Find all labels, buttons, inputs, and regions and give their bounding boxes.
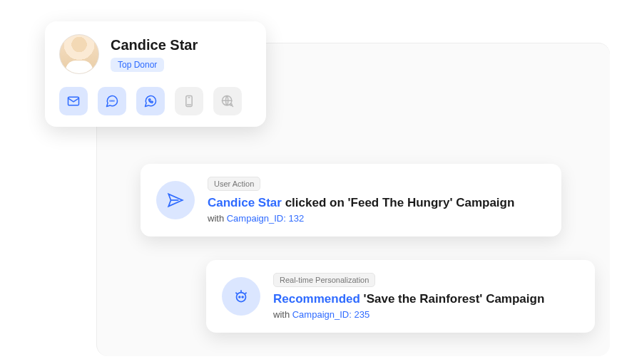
event-campaign-id[interactable]: Campaign_ID: 235	[292, 309, 369, 320]
event-subtitle: with Campaign_ID: 235	[273, 309, 544, 320]
event-card-user-action: User Action Candice Star clicked on 'Fee…	[141, 164, 561, 236]
event-actor: Candice Star	[208, 196, 282, 209]
profile-card: Candice Star Top Donor	[45, 21, 266, 127]
web-icon[interactable]	[213, 87, 242, 115]
svg-point-7	[237, 293, 246, 302]
event-title: Candice Star clicked on 'Feed The Hungry…	[208, 195, 514, 212]
email-icon[interactable]	[59, 87, 88, 115]
profile-badge: Top Donor	[111, 58, 164, 72]
event-chip: User Action	[208, 177, 260, 191]
chat-icon[interactable]	[98, 87, 126, 115]
avatar	[59, 34, 99, 74]
event-subtitle: with Campaign_ID: 132	[208, 213, 514, 224]
svg-point-3	[113, 100, 114, 101]
event-object: 'Save the Rainforest' Campaign	[364, 292, 545, 306]
svg-point-1	[110, 100, 111, 101]
send-icon	[156, 181, 195, 219]
event-card-personalization: Real-time Personalization Recommended 'S…	[206, 260, 595, 333]
whatsapp-icon[interactable]	[136, 87, 165, 115]
svg-point-8	[239, 296, 240, 298]
ai-icon	[222, 277, 260, 316]
event-chip: Real-time Personalization	[273, 273, 375, 287]
event-actor: Recommended	[273, 292, 360, 306]
event-object: 'Feed The Hungry' Campaign	[348, 196, 515, 209]
profile-name: Candice Star	[111, 37, 198, 53]
event-title: Recommended 'Save the Rainforest' Campai…	[273, 291, 544, 308]
svg-point-2	[112, 100, 113, 101]
channel-icons	[59, 87, 252, 115]
event-campaign-id[interactable]: Campaign_ID: 132	[227, 213, 304, 224]
sms-icon[interactable]	[175, 87, 203, 115]
svg-point-9	[242, 296, 243, 298]
